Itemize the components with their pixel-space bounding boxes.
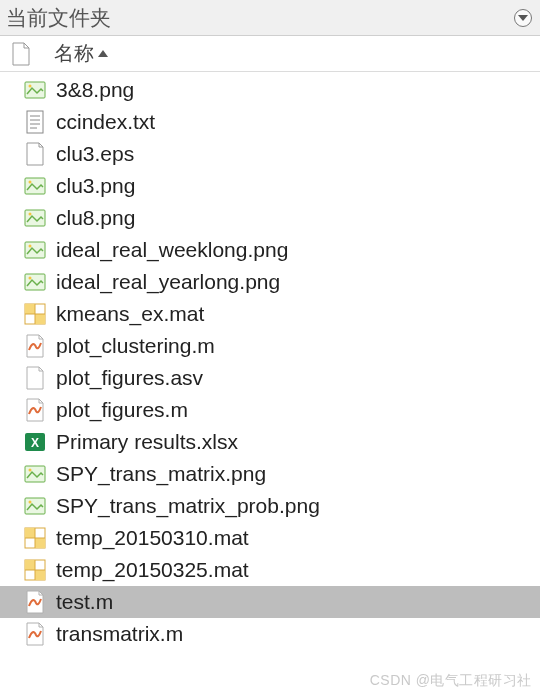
- mat-file-icon: [22, 525, 48, 551]
- file-name: clu8.png: [56, 206, 135, 230]
- file-name: ideal_real_yearlong.png: [56, 270, 280, 294]
- panel-menu-button[interactable]: [514, 9, 532, 27]
- file-row[interactable]: plot_clustering.m: [0, 330, 540, 362]
- svg-rect-17: [35, 314, 45, 324]
- svg-point-10: [29, 213, 32, 216]
- png-file-icon: [22, 77, 48, 103]
- m-file-icon: [22, 397, 48, 423]
- file-name: temp_20150310.mat: [56, 526, 249, 550]
- eps-file-icon: [22, 141, 48, 167]
- asv-file-icon: [22, 365, 48, 391]
- file-name: ideal_real_weeklong.png: [56, 238, 288, 262]
- mat-file-icon: [22, 301, 48, 327]
- panel-titlebar: 当前文件夹: [0, 0, 540, 36]
- file-name: temp_20150325.mat: [56, 558, 249, 582]
- file-row[interactable]: ideal_real_yearlong.png: [0, 266, 540, 298]
- png-file-icon: [22, 461, 48, 487]
- file-name: test.m: [56, 590, 113, 614]
- file-name: plot_figures.asv: [56, 366, 203, 390]
- file-row[interactable]: clu3.eps: [0, 138, 540, 170]
- file-row[interactable]: clu8.png: [0, 202, 540, 234]
- svg-text:X: X: [31, 436, 39, 450]
- svg-point-14: [29, 277, 32, 280]
- file-row[interactable]: transmatrix.m: [0, 618, 540, 650]
- svg-rect-2: [27, 111, 43, 133]
- blank-file-icon: [8, 39, 34, 69]
- sort-ascending-icon: [98, 50, 108, 57]
- file-row[interactable]: clu3.png: [0, 170, 540, 202]
- column-name-header[interactable]: 名称: [54, 40, 108, 67]
- png-file-icon: [22, 173, 48, 199]
- column-header-row[interactable]: 名称: [0, 36, 540, 72]
- file-name: 3&8.png: [56, 78, 134, 102]
- png-file-icon: [22, 269, 48, 295]
- file-name: plot_clustering.m: [56, 334, 215, 358]
- png-file-icon: [22, 237, 48, 263]
- file-row[interactable]: ccindex.txt: [0, 106, 540, 138]
- file-row[interactable]: ideal_real_weeklong.png: [0, 234, 540, 266]
- m-file-icon: [22, 333, 48, 359]
- file-row[interactable]: XPrimary results.xlsx: [0, 426, 540, 458]
- panel-title: 当前文件夹: [6, 4, 111, 32]
- file-name: transmatrix.m: [56, 622, 183, 646]
- file-list[interactable]: 3&8.pngccindex.txtclu3.epsclu3.pngclu8.p…: [0, 72, 540, 690]
- file-name: clu3.png: [56, 174, 135, 198]
- file-row[interactable]: plot_figures.asv: [0, 362, 540, 394]
- svg-point-25: [29, 501, 32, 504]
- xlsx-file-icon: X: [22, 429, 48, 455]
- file-name: ccindex.txt: [56, 110, 155, 134]
- file-row[interactable]: kmeans_ex.mat: [0, 298, 540, 330]
- file-row[interactable]: SPY_trans_matrix_prob.png: [0, 490, 540, 522]
- svg-point-23: [29, 469, 32, 472]
- file-row[interactable]: plot_figures.m: [0, 394, 540, 426]
- file-name: SPY_trans_matrix.png: [56, 462, 266, 486]
- file-name: plot_figures.m: [56, 398, 188, 422]
- png-file-icon: [22, 493, 48, 519]
- file-name: clu3.eps: [56, 142, 134, 166]
- svg-point-12: [29, 245, 32, 248]
- file-row[interactable]: temp_20150310.mat: [0, 522, 540, 554]
- file-row[interactable]: test.m: [0, 586, 540, 618]
- file-name: kmeans_ex.mat: [56, 302, 204, 326]
- svg-point-1: [29, 85, 32, 88]
- svg-rect-33: [35, 570, 45, 580]
- mat-file-icon: [22, 557, 48, 583]
- svg-point-8: [29, 181, 32, 184]
- m-file-icon: [22, 621, 48, 647]
- txt-file-icon: [22, 109, 48, 135]
- file-name: SPY_trans_matrix_prob.png: [56, 494, 320, 518]
- column-name-label: 名称: [54, 40, 94, 67]
- svg-rect-27: [25, 528, 35, 538]
- svg-rect-28: [35, 538, 45, 548]
- chevron-down-icon: [518, 15, 528, 21]
- svg-rect-16: [25, 304, 35, 314]
- m-file-icon: [22, 589, 48, 615]
- file-row[interactable]: temp_20150325.mat: [0, 554, 540, 586]
- file-name: Primary results.xlsx: [56, 430, 238, 454]
- svg-rect-32: [25, 560, 35, 570]
- file-row[interactable]: 3&8.png: [0, 74, 540, 106]
- file-row[interactable]: SPY_trans_matrix.png: [0, 458, 540, 490]
- png-file-icon: [22, 205, 48, 231]
